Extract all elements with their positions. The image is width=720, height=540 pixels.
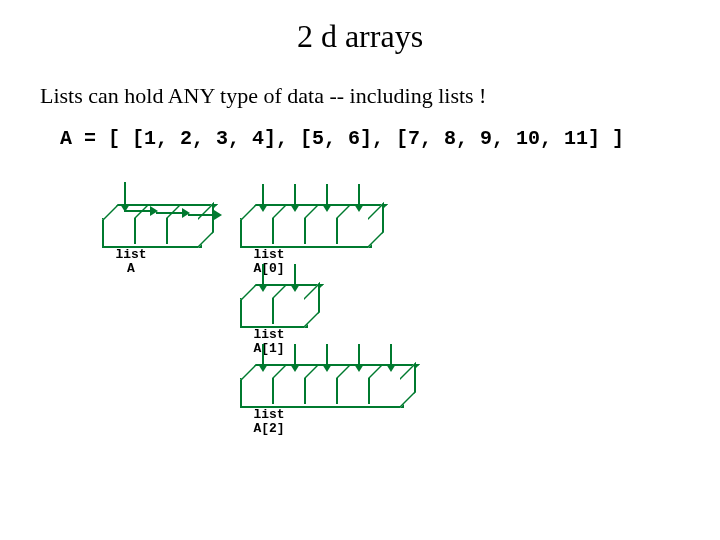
code-line: A = [ [1, 2, 3, 4], [5, 6], [7, 8, 9, 10… [60, 127, 720, 150]
label-list-A2: list A[2] [244, 408, 294, 437]
page-subtitle: Lists can hold ANY type of data -- inclu… [40, 83, 720, 109]
label-list-A: list A [106, 248, 156, 277]
page-title: 2 d arrays [0, 18, 720, 55]
label-list-A0: list A[0] [244, 248, 294, 277]
label-list-A2-line1: list [253, 407, 284, 422]
label-list-A0-line1: list [253, 247, 284, 262]
label-list-A2-line2: A[2] [253, 421, 284, 436]
label-list-A-line1: list [115, 247, 146, 262]
diagram-stage: list A list A[0] list A[1] list A[2] [60, 164, 720, 494]
label-list-A1-line2: A[1] [253, 341, 284, 356]
label-list-A-line2: A [127, 261, 135, 276]
label-list-A0-line2: A[0] [253, 261, 284, 276]
label-list-A1-line1: list [253, 327, 284, 342]
label-list-A1: list A[1] [244, 328, 294, 357]
